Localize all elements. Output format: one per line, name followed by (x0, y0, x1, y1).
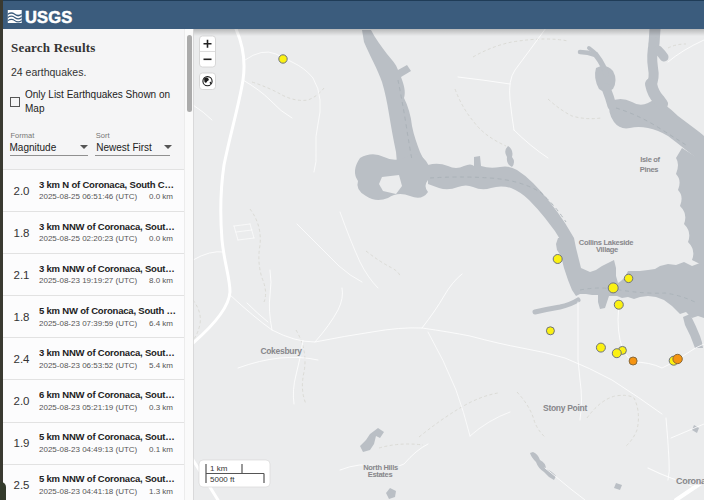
svg-text:Isle of: Isle of (640, 155, 660, 164)
svg-text:Estates: Estates (368, 470, 393, 479)
svg-text:1 km: 1 km (210, 464, 228, 473)
svg-text:Village: Village (596, 245, 618, 254)
svg-text:Cokesbury: Cokesbury (260, 346, 302, 356)
svg-text:5000 ft: 5000 ft (210, 475, 235, 484)
svg-text:Coronaca: Coronaca (676, 476, 704, 486)
svg-text:Pines: Pines (640, 165, 659, 174)
svg-text:Stony Point: Stony Point (543, 403, 587, 413)
